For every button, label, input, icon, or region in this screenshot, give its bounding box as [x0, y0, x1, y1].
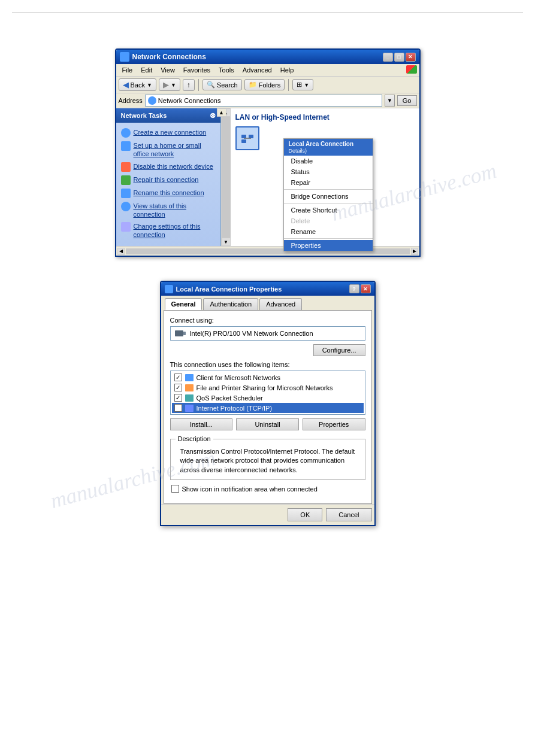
menu-favorites[interactable]: Favorites — [180, 65, 214, 75]
props-window-title: Local Area Connection Properties — [176, 286, 282, 293]
task-repair-connection[interactable]: Repair this connection — [119, 174, 218, 187]
hscroll-right[interactable]: ▶ — [411, 248, 418, 255]
nc-scrollbar[interactable]: ▲ ▼ — [221, 108, 231, 246]
ctx-bridge[interactable]: Bridge Connections — [284, 191, 373, 202]
ctx-create-shortcut[interactable]: Create Shortcut — [284, 205, 373, 215]
address-dropdown[interactable]: ▼ — [385, 95, 395, 107]
ctx-properties[interactable]: Properties — [284, 240, 373, 251]
uninstall-button[interactable]: Uninstall — [236, 418, 299, 430]
list-item-qos[interactable]: QoS Packet Scheduler — [172, 393, 364, 403]
svg-rect-5 — [175, 330, 183, 336]
menu-tools[interactable]: Tools — [215, 65, 238, 75]
task-create-connection-label: Create a new connection — [134, 128, 207, 136]
menu-edit[interactable]: Edit — [137, 65, 156, 75]
nc-close-button[interactable]: ✕ — [406, 53, 416, 62]
task-home-network[interactable]: Set up a home or small office network — [119, 139, 218, 160]
back-button[interactable]: ◀ Back ▼ — [119, 78, 156, 91]
up-arrow-icon: ↑ — [187, 81, 191, 89]
checkbox-file-sharing[interactable] — [174, 384, 182, 391]
disable-device-icon — [121, 162, 131, 172]
lan-connection-icon[interactable] — [235, 126, 259, 150]
task-change-settings[interactable]: Change settings of this connection — [119, 220, 218, 241]
menu-view[interactable]: View — [157, 65, 179, 75]
list-item-client[interactable]: Client for Microsoft Networks — [172, 372, 364, 382]
task-create-connection[interactable]: Create a new connection — [119, 126, 218, 139]
ctx-header: Local Area ConnectionDetails) — [284, 139, 373, 156]
go-button[interactable]: Go — [397, 95, 417, 106]
back-arrow-icon: ◀ — [123, 80, 129, 89]
sidebar-collapse-icon[interactable]: ⊗ — [210, 111, 216, 120]
nc-sidebar: Network Tasks ⊗ Create a new connection … — [116, 108, 221, 246]
checkbox-tcpip[interactable] — [174, 404, 182, 412]
task-view-status[interactable]: View status of this connection — [119, 200, 218, 221]
tab-advanced[interactable]: Advanced — [259, 298, 302, 310]
tab-authentication[interactable]: Authentication — [203, 298, 258, 310]
nc-minimize-button[interactable]: _ — [383, 53, 393, 62]
up-button[interactable]: ↑ — [183, 79, 195, 91]
xp-logo-icon — [406, 65, 417, 74]
back-label: Back — [131, 81, 145, 89]
adapter-icon — [174, 329, 186, 338]
ctx-repair[interactable]: Repair — [284, 177, 373, 188]
scroll-track-down[interactable]: ▼ — [222, 238, 231, 246]
configure-button[interactable]: Configure... — [313, 344, 365, 356]
ctx-rename[interactable]: Rename — [284, 226, 373, 237]
sidebar-tasks-list: Create a new connection Set up a home or… — [116, 123, 220, 245]
forward-dropdown-icon[interactable]: ▼ — [171, 82, 176, 88]
ctx-disable[interactable]: Disable — [284, 156, 373, 166]
props-titlebar: Local Area Connection Properties ? ✕ — [161, 282, 374, 296]
props-tabs: General Authentication Advanced — [161, 296, 374, 310]
nc-toolbar: ◀ Back ▼ ▶ ▼ ↑ 🔍 Search 📁 Folders — [116, 77, 419, 93]
menu-file[interactable]: File — [119, 65, 137, 75]
list-item-file-sharing[interactable]: File and Printer Sharing for Microsoft N… — [172, 382, 364, 393]
nc-maximize-button[interactable]: □ — [394, 53, 404, 62]
nc-titlebar: Network Connections _ □ ✕ — [116, 50, 419, 64]
sidebar-header-title: Network Tasks — [121, 112, 167, 119]
connection-items-list: Client for Microsoft Networks File and P… — [170, 371, 365, 415]
task-change-settings-label: Change settings of this connection — [134, 222, 216, 239]
hscroll-left[interactable]: ◀ — [117, 248, 125, 255]
checkbox-client[interactable] — [174, 374, 182, 381]
install-button[interactable]: Install... — [170, 418, 233, 430]
ok-button[interactable]: OK — [288, 508, 322, 521]
menu-advanced[interactable]: Advanced — [239, 65, 276, 75]
props-help-button[interactable]: ? — [349, 284, 359, 293]
create-connection-icon — [121, 128, 131, 138]
task-rename-connection[interactable]: Rename this connection — [119, 187, 218, 200]
list-item-tcpip[interactable]: Internet Protocol (TCP/IP) — [172, 403, 364, 413]
views-button[interactable]: ⊞ ▼ — [292, 79, 313, 90]
checkbox-qos[interactable] — [174, 394, 182, 402]
nc-titlebar-left: Network Connections — [120, 52, 206, 62]
props-body: Connect using: Intel(R) PRO/100 VM Netwo… — [164, 310, 372, 504]
search-icon: 🔍 — [207, 81, 215, 89]
search-button[interactable]: 🔍 Search — [202, 79, 242, 90]
nc-menubar: File Edit View Favorites Tools Advanced … — [116, 64, 419, 77]
folders-label: Folders — [259, 81, 281, 89]
props-close-button[interactable]: ✕ — [361, 284, 371, 293]
properties-button[interactable]: Properties — [303, 418, 365, 430]
view-status-icon — [121, 202, 131, 211]
tcpip-icon — [185, 405, 194, 412]
menu-help[interactable]: Help — [277, 65, 298, 75]
cancel-button[interactable]: Cancel — [326, 508, 371, 521]
views-dropdown-icon[interactable]: ▼ — [304, 82, 309, 88]
props-window-icon — [165, 285, 173, 293]
ctx-status[interactable]: Status — [284, 166, 373, 177]
forward-button[interactable]: ▶ ▼ — [159, 78, 180, 91]
list-item-tcpip-label: Internet Protocol (TCP/IP) — [197, 405, 273, 412]
connect-using-label: Connect using: — [170, 317, 365, 324]
show-icon-checkbox[interactable] — [171, 485, 179, 493]
folders-button[interactable]: 📁 Folders — [244, 79, 285, 90]
props-window-controls: ? ✕ — [349, 284, 371, 293]
task-disable-device[interactable]: Disable this network device — [119, 160, 218, 174]
nc-content: ▲ Network Tasks ⊗ Create a new connectio… — [116, 108, 419, 246]
svg-rect-1 — [249, 135, 253, 138]
back-dropdown-icon[interactable]: ▼ — [147, 82, 152, 88]
tab-general[interactable]: General — [165, 298, 202, 310]
network-icon-area: Local Area ConnectionDetails) Disable St… — [235, 126, 415, 150]
list-item-qos-label: QoS Packet Scheduler — [197, 394, 263, 402]
address-input[interactable]: Network Connections — [145, 95, 382, 107]
scroll-up-button[interactable]: ▲ — [217, 108, 226, 117]
ok-cancel-row: OK Cancel — [161, 504, 374, 525]
scroll-track — [222, 117, 231, 238]
